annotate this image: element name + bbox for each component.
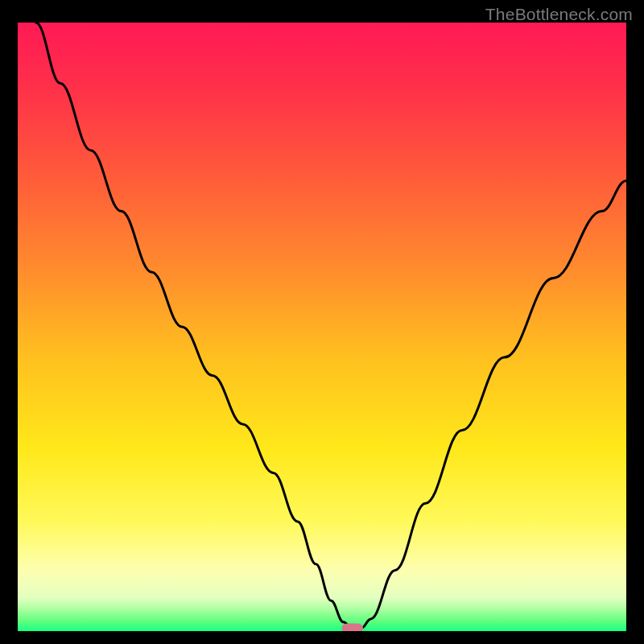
gradient-rect: [18, 23, 626, 631]
chart-svg: [18, 23, 626, 631]
chart-frame: TheBottleneck.com: [0, 0, 644, 644]
plot-area: [18, 23, 626, 631]
optimal-marker: [342, 624, 363, 631]
watermark-text: TheBottleneck.com: [485, 5, 633, 24]
